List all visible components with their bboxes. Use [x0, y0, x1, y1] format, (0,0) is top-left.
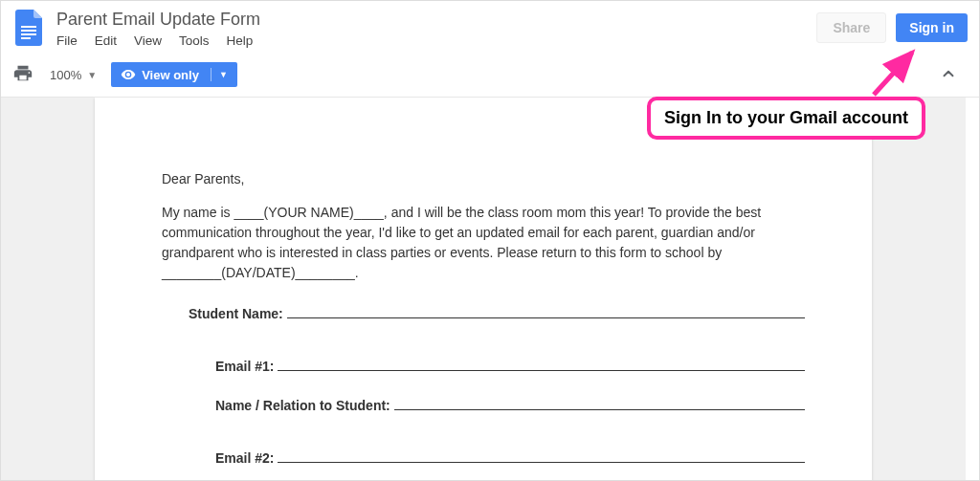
- svg-rect-3: [21, 37, 31, 39]
- menu-tools[interactable]: Tools: [179, 33, 210, 48]
- greeting-text: Dear Parents,: [162, 169, 805, 189]
- field-student-name: Student Name:: [189, 304, 805, 324]
- annotation-text: Sign In to your Gmail account: [664, 108, 908, 127]
- field-label: Email #1:: [215, 357, 274, 377]
- blank-line: [394, 396, 805, 410]
- zoom-value: 100%: [50, 68, 81, 82]
- print-icon[interactable]: [12, 63, 35, 86]
- caret-down-icon: ▼: [219, 70, 228, 79]
- share-button[interactable]: Share: [816, 12, 886, 43]
- menu-edit[interactable]: Edit: [95, 33, 117, 48]
- field-label: Student Name:: [189, 304, 283, 324]
- svg-rect-2: [21, 33, 36, 35]
- field-relation-1: Name / Relation to Student:: [215, 396, 805, 416]
- collapse-toolbar-button[interactable]: [937, 62, 960, 85]
- eye-icon: [121, 67, 136, 82]
- view-only-label: View only: [142, 68, 199, 82]
- svg-rect-1: [21, 30, 36, 32]
- blank-line: [278, 357, 805, 371]
- toolbar: 100% ▼ View only ▼: [1, 56, 979, 98]
- app-header: Parent Email Update Form File Edit View …: [1, 1, 979, 56]
- document-title[interactable]: Parent Email Update Form: [56, 7, 816, 30]
- blank-line: [278, 448, 805, 463]
- caret-down-icon: ▼: [87, 70, 97, 80]
- field-label: Email #2:: [215, 448, 274, 469]
- field-label: Name / Relation to Student:: [215, 396, 390, 416]
- field-email-2: Email #2:: [215, 448, 805, 469]
- signin-button[interactable]: Sign in: [896, 13, 968, 42]
- document-workspace: Dear Parents, My name is ____(YOUR NAME)…: [1, 98, 979, 481]
- field-email-1: Email #1:: [215, 357, 805, 377]
- svg-rect-0: [21, 26, 36, 28]
- menu-view[interactable]: View: [134, 33, 162, 48]
- menu-bar: File Edit View Tools Help: [56, 30, 816, 48]
- annotation-callout: Sign In to your Gmail account: [647, 97, 925, 140]
- menu-file[interactable]: File: [56, 33, 78, 48]
- blank-line: [287, 304, 805, 318]
- zoom-dropdown[interactable]: 100% ▼: [50, 68, 97, 82]
- chevron-up-icon: [940, 65, 957, 82]
- scrollbar-thumb[interactable]: [969, 101, 977, 149]
- document-page[interactable]: Dear Parents, My name is ____(YOUR NAME)…: [95, 98, 872, 481]
- body-text: My name is ____(YOUR NAME)____, and I wi…: [162, 203, 805, 283]
- menu-help[interactable]: Help: [227, 33, 254, 48]
- docs-logo-icon[interactable]: [12, 7, 45, 49]
- view-only-button[interactable]: View only ▼: [111, 62, 237, 87]
